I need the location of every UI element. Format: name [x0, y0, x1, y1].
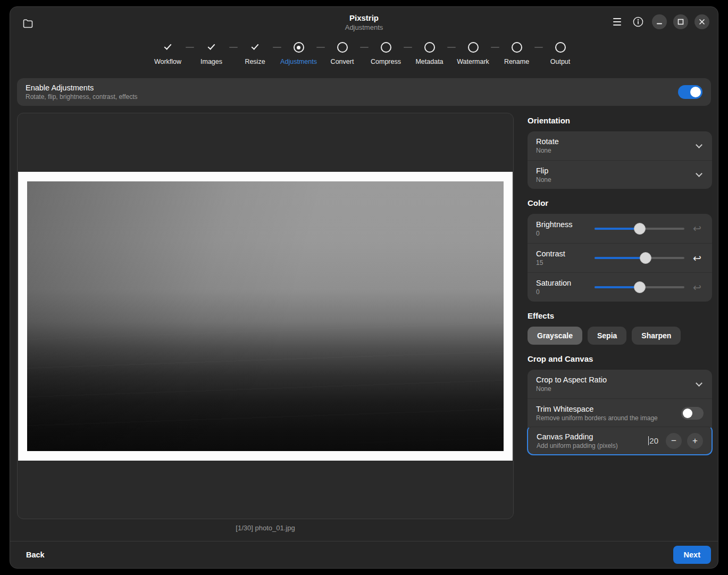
enable-adjustments-toggle[interactable]	[678, 85, 702, 99]
step-watermark[interactable]: Watermark	[458, 42, 489, 73]
contrast-text: Contrast 15	[536, 249, 591, 266]
maximize-button[interactable]	[673, 14, 688, 29]
hamburger-icon	[613, 18, 621, 25]
canvas-padding-row: Canvas Padding Add uniform padding (pixe…	[527, 427, 713, 455]
step-label: Metadata	[415, 58, 443, 65]
trim-whitespace-text: Trim Whitespace Remove uniform borders a…	[536, 405, 681, 422]
effects-buttons: Grayscale Sepia Sharpen	[528, 327, 712, 345]
step-connector	[447, 47, 456, 48]
flip-row[interactable]: Flip None	[528, 160, 712, 189]
brightness-row: Brightness 0 ↩	[528, 214, 712, 243]
contrast-label: Contrast	[536, 249, 591, 258]
step-todo-icon	[424, 42, 435, 53]
headerbar: Pixstrip Adjustments	[10, 7, 718, 77]
slider-handle[interactable]	[634, 223, 646, 235]
step-connector	[186, 47, 194, 48]
rotate-value: None	[536, 147, 691, 154]
slider-handle[interactable]	[634, 281, 646, 293]
saturation-slider[interactable]	[595, 281, 684, 294]
minimize-icon	[656, 19, 663, 25]
step-connector	[534, 47, 543, 48]
step-connector	[404, 47, 412, 48]
about-button[interactable]	[631, 14, 646, 29]
slider-fill	[595, 286, 640, 288]
step-workflow[interactable]: Workflow	[153, 42, 183, 73]
image-preview-panel	[17, 113, 514, 519]
sharpen-button[interactable]: Sharpen	[632, 327, 681, 345]
photo-preview	[27, 181, 504, 451]
aspect-ratio-text: Crop to Aspect Ratio None	[536, 376, 691, 393]
back-button[interactable]: Back	[17, 546, 54, 563]
app-window: Pixstrip Adjustments	[10, 6, 718, 569]
menu-button[interactable]	[609, 14, 624, 29]
canvas-padding-value: 20	[649, 436, 658, 445]
step-label: Adjustments	[280, 58, 317, 65]
contrast-reset-button[interactable]: ↩	[688, 248, 707, 268]
saturation-label: Saturation	[536, 279, 591, 287]
slider-fill	[595, 257, 646, 259]
step-adjustments[interactable]: Adjustments	[283, 42, 314, 73]
rotate-row[interactable]: Rotate None	[528, 131, 712, 160]
rotate-title: Rotate	[536, 137, 691, 146]
workflow-stepper: Workflow Images Resize Adjustments Conve…	[10, 42, 718, 73]
enable-adjustments-title: Enable Adjustments	[26, 84, 678, 92]
contrast-slider[interactable]	[595, 252, 684, 264]
enable-adjustments-row: Enable Adjustments Rotate, flip, brightn…	[17, 78, 711, 106]
text-caret	[648, 436, 649, 445]
step-todo-icon	[555, 42, 566, 53]
flip-value: None	[536, 176, 691, 184]
step-connector	[491, 47, 499, 48]
orientation-card: Rotate None Flip None	[528, 131, 712, 189]
header-actions	[609, 14, 709, 29]
settings-column: Orientation Rotate None Flip None	[528, 113, 712, 541]
effects-header: Effects	[528, 311, 712, 320]
sepia-button[interactable]: Sepia	[588, 327, 626, 345]
step-metadata[interactable]: Metadata	[414, 42, 445, 73]
step-convert[interactable]: Convert	[327, 42, 358, 73]
trim-whitespace-toggle[interactable]	[681, 407, 704, 420]
close-icon	[699, 19, 705, 25]
padding-decrease-button[interactable]: −	[666, 433, 682, 449]
saturation-text: Saturation 0	[536, 279, 591, 296]
brightness-label: Brightness	[536, 220, 591, 229]
close-button[interactable]	[694, 14, 709, 29]
chevron-down-icon	[696, 380, 702, 387]
brightness-reset-button[interactable]: ↩	[688, 219, 707, 238]
step-connector	[273, 47, 281, 48]
step-label: Convert	[331, 58, 354, 65]
step-done-icon	[163, 42, 173, 53]
preview-column: [1/30] photo_01.jpg	[17, 113, 514, 541]
canvas-padding-text: Canvas Padding Add uniform padding (pixe…	[537, 432, 648, 449]
brightness-slider[interactable]	[595, 222, 684, 235]
canvas-padding-input[interactable]: 20	[648, 436, 658, 445]
step-resize[interactable]: Resize	[240, 42, 271, 73]
orientation-header: Orientation	[528, 116, 712, 125]
aspect-ratio-row[interactable]: Crop to Aspect Ratio None	[528, 370, 712, 398]
step-output[interactable]: Output	[545, 42, 576, 73]
aspect-ratio-title: Crop to Aspect Ratio	[536, 376, 691, 384]
step-label: Images	[200, 58, 222, 65]
saturation-reset-button[interactable]: ↩	[688, 278, 707, 297]
step-compress[interactable]: Compress	[371, 42, 401, 73]
color-card: Brightness 0 ↩ Contrast 15	[528, 214, 712, 302]
trim-whitespace-title: Trim Whitespace	[536, 405, 681, 413]
padding-increase-button[interactable]: +	[687, 433, 703, 449]
canvas-padding-subtitle: Add uniform padding (pixels)	[537, 442, 648, 449]
grayscale-button[interactable]: Grayscale	[528, 327, 582, 345]
toggle-knob	[683, 409, 692, 418]
step-label: Watermark	[457, 58, 489, 65]
canvas-padding-title: Canvas Padding	[537, 432, 648, 441]
minimize-button[interactable]	[652, 14, 667, 29]
next-button[interactable]: Next	[673, 546, 711, 564]
rotate-text: Rotate None	[536, 137, 691, 154]
slider-fill	[595, 228, 640, 230]
slider-handle[interactable]	[640, 252, 651, 264]
step-images[interactable]: Images	[196, 42, 227, 73]
crop-canvas-header: Crop and Canvas	[528, 354, 712, 363]
flip-text: Flip None	[536, 166, 691, 184]
step-label: Workflow	[154, 58, 181, 65]
step-rename[interactable]: Rename	[501, 42, 532, 73]
step-label: Resize	[245, 58, 265, 65]
aspect-ratio-value: None	[536, 385, 691, 393]
step-label: Output	[550, 58, 571, 65]
